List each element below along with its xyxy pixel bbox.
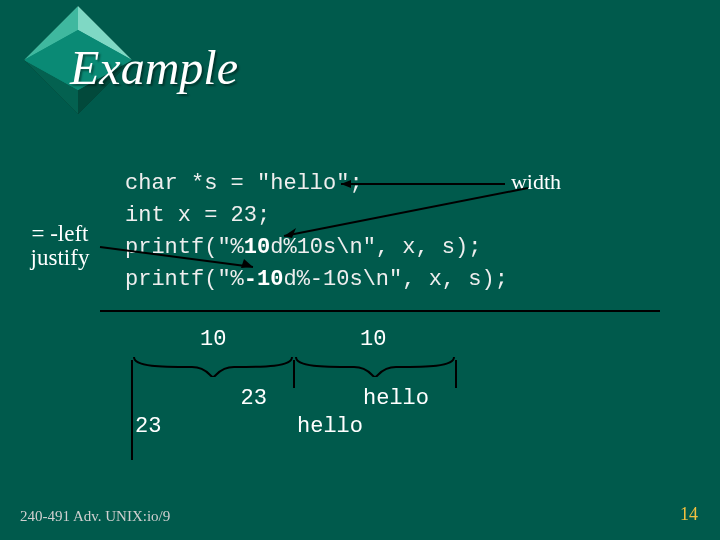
code-l4-c: d%-10s\n", x, s); <box>283 267 507 292</box>
output-row1-col2: hello <box>297 386 429 411</box>
code-l2: int x = 23; <box>125 203 270 228</box>
col-line-1 <box>293 360 295 388</box>
arrow-width-down <box>278 186 538 242</box>
divider <box>100 310 660 312</box>
svg-line-10 <box>284 188 528 236</box>
svg-line-6 <box>100 247 253 267</box>
col-line-2 <box>455 360 457 388</box>
output-row2-col1: 23 <box>135 414 161 439</box>
brace-2 <box>294 355 456 377</box>
width-label-1: 10 <box>200 327 226 352</box>
footer-right: 14 <box>680 504 698 525</box>
output-row2-col2: hello <box>297 414 363 439</box>
code-l1-a: char *s = <box>125 171 257 196</box>
slide-title: Example <box>70 40 238 95</box>
output-row1-col1: 23 <box>135 386 267 411</box>
col-line-0 <box>131 360 133 460</box>
brace-1 <box>132 355 294 377</box>
footer-left: 240-491 Adv. UNIX:io/9 <box>20 508 170 525</box>
width-label-2: 10 <box>360 327 386 352</box>
arrow-left-justify <box>98 245 258 275</box>
anno-left-justify: = -left justify <box>20 222 100 270</box>
svg-marker-7 <box>241 259 253 268</box>
